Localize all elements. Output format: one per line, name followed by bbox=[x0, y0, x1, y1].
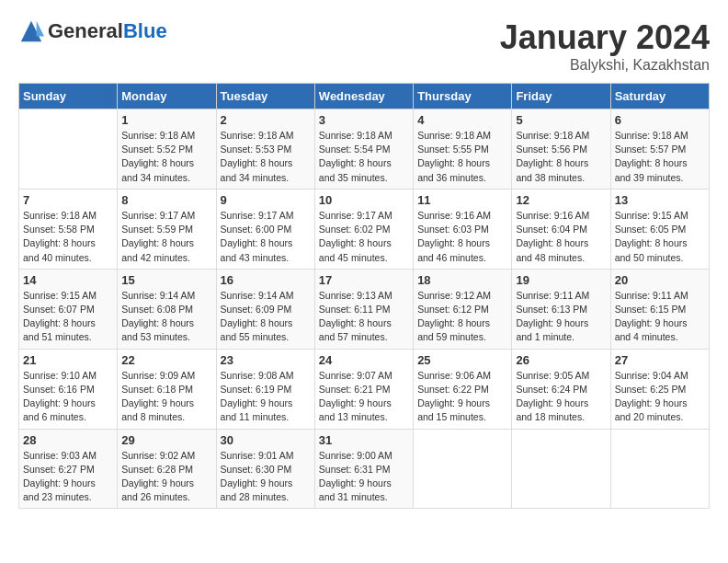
day-number: 30 bbox=[221, 433, 311, 447]
day-info: Sunrise: 9:11 AMSunset: 6:15 PMDaylight:… bbox=[615, 289, 705, 345]
day-info: Sunrise: 9:16 AMSunset: 6:03 PMDaylight:… bbox=[417, 209, 507, 265]
day-number: 13 bbox=[615, 193, 705, 207]
svg-marker-1 bbox=[37, 21, 44, 37]
day-number: 8 bbox=[121, 193, 211, 207]
week-row-4: 21 Sunrise: 9:10 AMSunset: 6:16 PMDaylig… bbox=[19, 349, 710, 429]
day-cell: 25 Sunrise: 9:06 AMSunset: 6:22 PMDaylig… bbox=[414, 349, 512, 429]
day-info: Sunrise: 9:06 AMSunset: 6:22 PMDaylight:… bbox=[417, 369, 507, 425]
day-number: 10 bbox=[319, 193, 409, 207]
day-number: 3 bbox=[319, 113, 409, 127]
day-info: Sunrise: 9:12 AMSunset: 6:12 PMDaylight:… bbox=[417, 289, 507, 345]
day-cell bbox=[19, 109, 118, 190]
day-info: Sunrise: 9:16 AMSunset: 6:04 PMDaylight:… bbox=[516, 209, 606, 265]
day-cell: 1 Sunrise: 9:18 AMSunset: 5:52 PMDayligh… bbox=[118, 109, 216, 190]
day-cell: 18 Sunrise: 9:12 AMSunset: 6:12 PMDaylig… bbox=[414, 269, 512, 349]
day-cell: 8 Sunrise: 9:17 AMSunset: 5:59 PMDayligh… bbox=[118, 189, 216, 269]
week-row-5: 28 Sunrise: 9:03 AMSunset: 6:27 PMDaylig… bbox=[19, 429, 710, 509]
day-cell: 19 Sunrise: 9:11 AMSunset: 6:13 PMDaylig… bbox=[512, 269, 610, 349]
day-cell: 26 Sunrise: 9:05 AMSunset: 6:24 PMDaylig… bbox=[512, 349, 610, 429]
weekday-header-saturday: Saturday bbox=[610, 84, 709, 109]
logo-blue: Blue bbox=[123, 19, 167, 42]
day-info: Sunrise: 9:15 AMSunset: 6:05 PMDaylight:… bbox=[615, 209, 705, 265]
day-number: 16 bbox=[221, 273, 311, 287]
weekday-header-sunday: Sunday bbox=[19, 84, 118, 109]
day-number: 27 bbox=[615, 353, 705, 367]
day-info: Sunrise: 9:15 AMSunset: 6:07 PMDaylight:… bbox=[23, 289, 113, 345]
day-cell: 6 Sunrise: 9:18 AMSunset: 5:57 PMDayligh… bbox=[610, 109, 709, 190]
day-cell: 2 Sunrise: 9:18 AMSunset: 5:53 PMDayligh… bbox=[216, 109, 314, 190]
day-cell: 7 Sunrise: 9:18 AMSunset: 5:58 PMDayligh… bbox=[19, 189, 118, 269]
day-cell: 4 Sunrise: 9:18 AMSunset: 5:55 PMDayligh… bbox=[414, 109, 512, 190]
day-number: 5 bbox=[516, 113, 606, 127]
day-number: 24 bbox=[319, 353, 409, 367]
day-info: Sunrise: 9:04 AMSunset: 6:25 PMDaylight:… bbox=[615, 369, 705, 425]
day-cell: 23 Sunrise: 9:08 AMSunset: 6:19 PMDaylig… bbox=[216, 349, 314, 429]
day-info: Sunrise: 9:11 AMSunset: 6:13 PMDaylight:… bbox=[516, 289, 606, 345]
day-number: 29 bbox=[121, 433, 211, 447]
day-info: Sunrise: 9:18 AMSunset: 5:58 PMDaylight:… bbox=[23, 209, 113, 265]
day-info: Sunrise: 9:03 AMSunset: 6:27 PMDaylight:… bbox=[23, 449, 113, 505]
day-info: Sunrise: 9:17 AMSunset: 6:02 PMDaylight:… bbox=[319, 209, 409, 265]
day-info: Sunrise: 9:14 AMSunset: 6:08 PMDaylight:… bbox=[121, 289, 211, 345]
calendar-table: SundayMondayTuesdayWednesdayThursdayFrid… bbox=[18, 83, 710, 509]
day-cell: 24 Sunrise: 9:07 AMSunset: 6:21 PMDaylig… bbox=[314, 349, 413, 429]
day-info: Sunrise: 9:17 AMSunset: 5:59 PMDaylight:… bbox=[121, 209, 211, 265]
day-number: 1 bbox=[121, 113, 211, 127]
day-number: 25 bbox=[417, 353, 507, 367]
weekday-header-thursday: Thursday bbox=[414, 84, 512, 109]
day-number: 6 bbox=[615, 113, 705, 127]
day-info: Sunrise: 9:18 AMSunset: 5:54 PMDaylight:… bbox=[319, 129, 409, 185]
day-number: 15 bbox=[121, 273, 211, 287]
day-info: Sunrise: 9:18 AMSunset: 5:57 PMDaylight:… bbox=[615, 129, 705, 185]
logo-icon bbox=[18, 18, 44, 44]
day-info: Sunrise: 9:07 AMSunset: 6:21 PMDaylight:… bbox=[319, 369, 409, 425]
day-info: Sunrise: 9:18 AMSunset: 5:52 PMDaylight:… bbox=[121, 129, 211, 185]
day-cell: 13 Sunrise: 9:15 AMSunset: 6:05 PMDaylig… bbox=[610, 189, 709, 269]
day-info: Sunrise: 9:18 AMSunset: 5:53 PMDaylight:… bbox=[221, 129, 311, 185]
day-number: 22 bbox=[121, 353, 211, 367]
day-cell: 21 Sunrise: 9:10 AMSunset: 6:16 PMDaylig… bbox=[19, 349, 118, 429]
day-number: 23 bbox=[221, 353, 311, 367]
location-title: Balykshi, Kazakhstan bbox=[500, 57, 710, 74]
weekday-header-row: SundayMondayTuesdayWednesdayThursdayFrid… bbox=[19, 84, 710, 109]
day-cell: 17 Sunrise: 9:13 AMSunset: 6:11 PMDaylig… bbox=[314, 269, 413, 349]
day-number: 2 bbox=[221, 113, 311, 127]
day-number: 17 bbox=[319, 273, 409, 287]
day-cell: 31 Sunrise: 9:00 AMSunset: 6:31 PMDaylig… bbox=[314, 429, 413, 509]
day-number: 20 bbox=[615, 273, 705, 287]
week-row-2: 7 Sunrise: 9:18 AMSunset: 5:58 PMDayligh… bbox=[19, 189, 710, 269]
day-number: 12 bbox=[516, 193, 606, 207]
day-cell: 11 Sunrise: 9:16 AMSunset: 6:03 PMDaylig… bbox=[414, 189, 512, 269]
day-info: Sunrise: 9:05 AMSunset: 6:24 PMDaylight:… bbox=[516, 369, 606, 425]
day-cell: 5 Sunrise: 9:18 AMSunset: 5:56 PMDayligh… bbox=[512, 109, 610, 190]
weekday-header-tuesday: Tuesday bbox=[216, 84, 314, 109]
day-number: 19 bbox=[516, 273, 606, 287]
day-number: 9 bbox=[221, 193, 311, 207]
day-cell: 29 Sunrise: 9:02 AMSunset: 6:28 PMDaylig… bbox=[118, 429, 216, 509]
day-cell bbox=[414, 429, 512, 509]
day-cell: 12 Sunrise: 9:16 AMSunset: 6:04 PMDaylig… bbox=[512, 189, 610, 269]
day-cell: 27 Sunrise: 9:04 AMSunset: 6:25 PMDaylig… bbox=[610, 349, 709, 429]
header: GeneralBlue January 2024 Balykshi, Kazak… bbox=[18, 18, 710, 74]
day-info: Sunrise: 9:09 AMSunset: 6:18 PMDaylight:… bbox=[121, 369, 211, 425]
day-cell: 16 Sunrise: 9:14 AMSunset: 6:09 PMDaylig… bbox=[216, 269, 314, 349]
day-cell: 10 Sunrise: 9:17 AMSunset: 6:02 PMDaylig… bbox=[314, 189, 413, 269]
day-cell: 3 Sunrise: 9:18 AMSunset: 5:54 PMDayligh… bbox=[314, 109, 413, 190]
day-number: 21 bbox=[23, 353, 113, 367]
logo-general: General bbox=[48, 19, 123, 42]
day-info: Sunrise: 9:10 AMSunset: 6:16 PMDaylight:… bbox=[23, 369, 113, 425]
day-number: 14 bbox=[23, 273, 113, 287]
weekday-header-monday: Monday bbox=[118, 84, 216, 109]
weekday-header-wednesday: Wednesday bbox=[314, 84, 413, 109]
week-row-1: 1 Sunrise: 9:18 AMSunset: 5:52 PMDayligh… bbox=[19, 109, 710, 190]
day-info: Sunrise: 9:01 AMSunset: 6:30 PMDaylight:… bbox=[221, 449, 311, 505]
logo: GeneralBlue bbox=[18, 18, 167, 44]
month-title: January 2024 bbox=[500, 18, 710, 57]
day-cell: 9 Sunrise: 9:17 AMSunset: 6:00 PMDayligh… bbox=[216, 189, 314, 269]
day-info: Sunrise: 9:18 AMSunset: 5:56 PMDaylight:… bbox=[516, 129, 606, 185]
day-cell: 30 Sunrise: 9:01 AMSunset: 6:30 PMDaylig… bbox=[216, 429, 314, 509]
day-number: 28 bbox=[23, 433, 113, 447]
day-cell: 22 Sunrise: 9:09 AMSunset: 6:18 PMDaylig… bbox=[118, 349, 216, 429]
day-number: 7 bbox=[23, 193, 113, 207]
day-number: 31 bbox=[319, 433, 409, 447]
